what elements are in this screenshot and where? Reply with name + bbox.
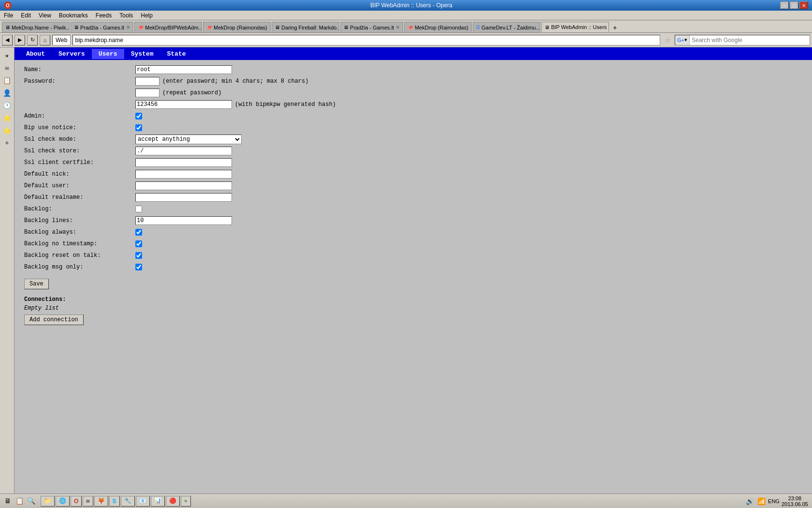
backlog-no-timestamp-checkbox[interactable] <box>135 240 142 247</box>
ssl-check-store-input[interactable] <box>135 147 232 155</box>
nav-system[interactable]: System <box>124 49 160 59</box>
search-input[interactable] <box>690 37 810 44</box>
tab-close-3[interactable]: ✕ <box>269 25 271 30</box>
back-button[interactable]: ◀ <box>2 35 13 45</box>
backlog-no-timestamp-label: Backlog no timestamp: <box>24 240 135 247</box>
tab-1[interactable]: 🖥 Pradžia - Games.lt ✕ <box>71 22 133 32</box>
password-input1[interactable] <box>135 77 160 86</box>
menu-view[interactable]: View <box>35 11 55 20</box>
admin-row: Admin: <box>24 111 802 121</box>
taskbar-app-mail[interactable]: ✉ <box>83 496 93 507</box>
hash-input[interactable] <box>135 100 232 109</box>
bip-use-notice-row: Bip use notice: <box>24 123 802 133</box>
tab-8[interactable]: 🖥 BIP WebAdmin :: Users ✕ <box>541 22 609 32</box>
backlog-reset-on-talk-label: Backlog reset on talk: <box>24 252 135 259</box>
sidebar-icon-history[interactable]: 📋 <box>1 75 13 86</box>
form-area: Name: Password: (enter password; min 4 c… <box>14 60 812 330</box>
tray-volume[interactable]: 🔊 <box>745 496 754 506</box>
save-row: Save <box>24 276 802 289</box>
bip-use-notice-label: Bip use notice: <box>24 124 135 131</box>
password-input2[interactable] <box>135 89 160 97</box>
sidebar-icon-mail[interactable]: ✉ <box>1 62 13 74</box>
backlog-lines-input[interactable] <box>135 216 232 225</box>
tab-icon-2: 🐙 <box>138 25 144 30</box>
menu-bookmarks[interactable]: Bookmarks <box>55 11 92 20</box>
bookmark-button[interactable]: ☆ <box>662 35 673 45</box>
tray-network[interactable]: 📶 <box>756 496 766 506</box>
taskbar-app-firefox[interactable]: 🦊 <box>94 496 108 507</box>
password-hint1: (enter password; min 4 chars; max 8 char… <box>162 78 308 85</box>
backlog-msg-only-checkbox[interactable] <box>135 264 142 270</box>
sidebar-icon-add[interactable]: + <box>1 137 13 149</box>
nav-about[interactable]: About <box>19 49 52 59</box>
tab-7[interactable]: G GameDev.LT - Žaidimu... ✕ <box>473 22 540 32</box>
tab-2[interactable]: 🐙 MekDrop/BIPWebAdm... ✕ <box>134 22 202 32</box>
tray-lang: ENG <box>768 498 780 504</box>
menu-tools[interactable]: Tools <box>116 11 137 20</box>
sidebar-icon-bookmarks[interactable]: ★ <box>1 49 13 61</box>
address-input[interactable] <box>72 35 660 45</box>
tab-close-8[interactable]: ✕ <box>609 25 609 30</box>
minimize-button[interactable]: − <box>780 1 789 9</box>
bip-use-notice-checkbox[interactable] <box>135 124 142 131</box>
backlog-reset-on-talk-checkbox[interactable] <box>135 252 142 259</box>
google-icon: G+ <box>677 37 684 43</box>
new-tab-button[interactable]: + <box>610 23 620 32</box>
default-user-input[interactable] <box>135 181 232 190</box>
backlog-no-timestamp-control <box>135 240 142 247</box>
taskbar-app-email2[interactable]: 📧 <box>136 496 150 507</box>
add-connection-button[interactable]: Add connection <box>24 314 84 325</box>
maximize-button[interactable]: □ <box>790 1 798 9</box>
default-nick-control <box>135 170 232 179</box>
tab-3[interactable]: 🐙 MekDrop (Raimondas) ✕ <box>203 22 271 32</box>
menu-edit[interactable]: Edit <box>17 11 35 20</box>
backlog-checkbox[interactable] <box>135 206 142 212</box>
taskbar-icon2[interactable]: 📋 <box>14 496 24 506</box>
tab-6[interactable]: 🐙 MekDrop (Raimondas) ✕ <box>404 22 472 32</box>
tab-4[interactable]: 🖥 Daring Fireball: Markdo... ✕ <box>272 22 339 32</box>
tab-close-5[interactable]: ✕ <box>396 25 400 30</box>
password-hint2: (repeat password) <box>162 90 221 96</box>
sidebar-icon-contacts[interactable]: 👤 <box>1 87 13 99</box>
taskbar-app-opera[interactable]: O <box>71 496 82 507</box>
ssl-client-certfile-input[interactable] <box>135 158 232 167</box>
admin-checkbox[interactable] <box>135 113 142 120</box>
default-realname-input[interactable] <box>135 193 232 202</box>
save-button[interactable]: Save <box>24 279 49 289</box>
backlog-always-checkbox[interactable] <box>135 229 142 236</box>
default-nick-input[interactable] <box>135 170 232 179</box>
taskbar-app-red[interactable]: 🔴 <box>166 496 180 507</box>
taskbar-icon3[interactable]: 🔍 <box>26 496 36 506</box>
protocol-selector[interactable]: Web <box>52 35 71 45</box>
nav-servers[interactable]: Servers <box>52 49 92 59</box>
taskbar-app-skype[interactable]: S <box>109 496 120 507</box>
nav-state[interactable]: State <box>160 49 192 59</box>
tab-5[interactable]: 🖥 Pradžia - Games.lt ✕ <box>340 22 403 32</box>
tab-close-1[interactable]: ✕ <box>126 25 130 30</box>
nav-users[interactable]: Users <box>92 49 124 59</box>
sidebar-icon-star1[interactable]: ⭐ <box>1 112 13 124</box>
name-input[interactable] <box>135 65 232 74</box>
forward-button[interactable]: ▶ <box>14 35 25 45</box>
tab-0[interactable]: 🖥 MekDrop.Name - Piwik... ✕ <box>2 22 70 32</box>
reload-button[interactable]: ↻ <box>27 35 38 45</box>
taskbar-app-asterisk[interactable]: ✳ <box>181 496 191 507</box>
window-title: BIP WebAdmin :: Users - Opera <box>43 2 780 9</box>
ssl-check-mode-select[interactable]: accept anything reject invalid reject al… <box>135 134 242 144</box>
sidebar-icon-clock[interactable]: 🕐 <box>1 100 13 111</box>
taskbar-app-folder[interactable]: 📁 <box>41 496 55 507</box>
sidebar-icon-star2[interactable]: ⭐ <box>1 125 13 136</box>
home-button[interactable]: ⌂ <box>40 35 50 45</box>
taskbar-app-chrome[interactable]: 🌐 <box>56 496 70 507</box>
hash-row: (with bipmkpw generated hash) <box>24 100 802 109</box>
taskbar-show-desktop[interactable]: 🖥 <box>3 496 13 506</box>
taskbar-app-tool[interactable]: 🔧 <box>121 496 135 507</box>
close-button[interactable]: ✕ <box>799 1 808 9</box>
menu-file[interactable]: File <box>0 11 17 20</box>
tab-close-6[interactable]: ✕ <box>470 25 472 30</box>
search-engine-selector[interactable]: G+ ▾ <box>675 35 690 45</box>
menu-feeds[interactable]: Feeds <box>92 11 116 20</box>
taskbar-app-monitor[interactable]: 📊 <box>151 496 165 507</box>
password-row2: (repeat password) <box>24 88 802 98</box>
menu-help[interactable]: Help <box>137 11 157 20</box>
